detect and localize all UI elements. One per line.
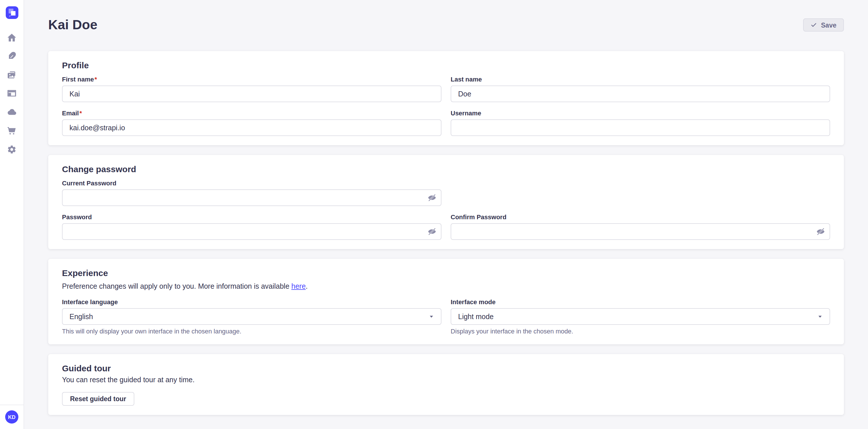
media-icon (7, 70, 17, 80)
sidebar-item-media-library[interactable] (0, 65, 24, 84)
home-icon (7, 33, 17, 42)
page-header: Kai Doe Save (48, 0, 844, 51)
sidebar: KD (0, 0, 24, 429)
strapi-logo[interactable] (5, 6, 18, 19)
password-field[interactable] (62, 223, 441, 240)
cloud-icon (7, 107, 17, 117)
experience-card: Experience Preference changes will apply… (48, 259, 844, 344)
current-password-wrap (62, 189, 441, 206)
feather-icon (7, 52, 17, 61)
username-field[interactable] (451, 120, 830, 136)
experience-heading: Experience (62, 268, 830, 278)
sidebar-item-settings[interactable] (0, 140, 24, 159)
gear-icon (7, 144, 17, 154)
sidebar-item-marketplace[interactable] (0, 121, 24, 140)
confirm-password-field[interactable] (451, 223, 830, 240)
guided-tour-card: Guided tour You can reset the guided tou… (48, 354, 844, 415)
eye-slash-icon (427, 227, 436, 236)
email-label: Email* (62, 110, 441, 117)
profile-heading: Profile (62, 60, 830, 70)
interface-language-hint: This will only display your own interfac… (62, 328, 441, 335)
sidebar-footer: KD (0, 404, 24, 429)
sidebar-item-content-type-builder[interactable] (0, 47, 24, 65)
toggle-password-visibility-button[interactable] (424, 224, 440, 239)
guided-tour-heading: Guided tour (62, 363, 830, 373)
sidebar-item-cloud[interactable] (0, 103, 24, 121)
password-group: Password (62, 213, 441, 240)
first-name-field[interactable] (62, 86, 441, 102)
reset-guided-tour-button[interactable]: Reset guided tour (62, 392, 134, 406)
sidebar-item-content-manager[interactable] (0, 84, 24, 103)
eye-slash-icon (427, 193, 436, 202)
guided-tour-description: You can reset the guided tour at any tim… (62, 375, 830, 385)
app-root: KD Kai Doe Save Profile First name* (0, 0, 868, 429)
interface-mode-hint: Displays your interface in the chosen mo… (451, 328, 830, 335)
sidebar-item-home[interactable] (0, 28, 24, 47)
password-grid: Current Password Pass (62, 179, 830, 240)
page-title: Kai Doe (48, 17, 97, 33)
eye-slash-icon (816, 227, 825, 236)
last-name-label: Last name (451, 76, 830, 83)
password-label: Password (62, 213, 441, 221)
strapi-logo-icon (5, 6, 18, 19)
current-password-field[interactable] (62, 189, 441, 206)
last-name-group: Last name (451, 76, 830, 102)
password-wrap (62, 223, 441, 240)
last-name-field[interactable] (451, 86, 830, 102)
interface-language-select[interactable]: English (62, 308, 441, 325)
interface-mode-value: Light mode (458, 312, 494, 321)
save-button[interactable]: Save (803, 19, 844, 32)
interface-mode-group: Interface mode Light mode Displays your … (451, 298, 830, 335)
toggle-current-password-visibility-button[interactable] (424, 190, 440, 205)
experience-description: Preference changes will apply only to yo… (62, 282, 830, 291)
password-grid-spacer (451, 179, 830, 206)
main-content: Kai Doe Save Profile First name* Last na… (24, 0, 868, 429)
layout-icon (7, 89, 17, 98)
change-password-heading: Change password (62, 164, 830, 174)
more-information-link[interactable]: here (291, 283, 306, 290)
avatar[interactable]: KD (5, 410, 19, 424)
interface-mode-label: Interface mode (451, 298, 830, 306)
first-name-label: First name* (62, 76, 441, 83)
change-password-card: Change password Current Password (48, 155, 844, 249)
confirm-password-wrap (451, 223, 830, 240)
interface-mode-select[interactable]: Light mode (451, 308, 830, 325)
interface-language-group: Interface language English This will onl… (62, 298, 441, 335)
profile-grid: First name* Last name Email* Username (62, 76, 830, 136)
toggle-confirm-password-visibility-button[interactable] (812, 224, 828, 239)
interface-language-value: English (69, 312, 93, 321)
interface-language-label: Interface language (62, 298, 441, 306)
current-password-group: Current Password (62, 179, 441, 206)
confirm-password-label: Confirm Password (451, 213, 830, 221)
username-label: Username (451, 110, 830, 117)
cart-icon (7, 126, 17, 136)
profile-card: Profile First name* Last name Email* Use… (48, 51, 844, 145)
chevron-down-icon (429, 314, 434, 319)
confirm-password-group: Confirm Password (451, 213, 830, 240)
username-group: Username (451, 110, 830, 136)
required-marker: * (80, 110, 82, 117)
required-marker: * (94, 76, 97, 82)
current-password-label: Current Password (62, 179, 441, 187)
save-button-label: Save (821, 22, 836, 28)
avatar-initials: KD (8, 414, 16, 420)
chevron-down-icon (817, 314, 823, 319)
email-group: Email* (62, 110, 441, 136)
experience-grid: Interface language English This will onl… (62, 298, 830, 335)
email-field[interactable] (62, 120, 441, 136)
check-icon (811, 22, 817, 28)
first-name-group: First name* (62, 76, 441, 102)
sidebar-nav (0, 28, 24, 159)
